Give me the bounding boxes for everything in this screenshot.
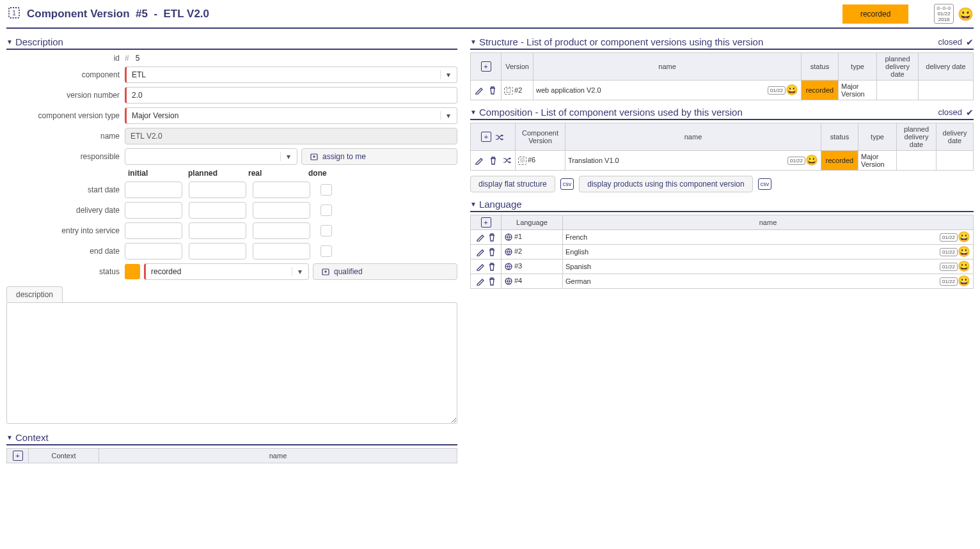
responsible-select[interactable]: ▾: [125, 148, 297, 165]
section-context-header[interactable]: ▼ Context: [6, 431, 457, 445]
add-structure-button[interactable]: +: [481, 61, 491, 72]
display-flat-structure-button[interactable]: display flat structure: [470, 176, 555, 192]
smile-icon[interactable]: 😀: [958, 232, 970, 242]
end-date-done-checkbox[interactable]: [320, 245, 332, 257]
chevron-down-icon[interactable]: ▾: [440, 70, 452, 79]
delete-button[interactable]: [486, 247, 498, 255]
section-description-header[interactable]: ▼ Description: [6, 35, 457, 50]
smile-icon[interactable]: 😀: [958, 261, 970, 272]
tab-description[interactable]: description: [6, 286, 63, 302]
csv-export-button[interactable]: csv: [560, 178, 574, 190]
label-entry-service: entry into service: [6, 226, 125, 235]
smile-icon[interactable]: 😀: [958, 276, 970, 286]
eis-initial[interactable]: [125, 222, 182, 239]
edit-button[interactable]: [473, 156, 485, 164]
section-language-header[interactable]: ▼ Language: [470, 197, 974, 212]
calendar-icon[interactable]: 01/22: [940, 233, 958, 242]
label-delivery-date: delivery date: [6, 206, 125, 215]
eis-done-checkbox[interactable]: [320, 225, 332, 236]
table-row: #2English01/22😀: [471, 245, 974, 259]
assign-icon: [310, 152, 319, 161]
add-language-button[interactable]: +: [481, 217, 491, 228]
edit-button[interactable]: [475, 233, 486, 240]
smile-icon[interactable]: 😀: [786, 85, 798, 95]
delivery-date-planned[interactable]: [189, 202, 246, 219]
component-select[interactable]: ETL ▾: [125, 66, 457, 83]
label-id: id: [6, 54, 125, 63]
end-date-initial[interactable]: [125, 243, 182, 259]
add-context-button[interactable]: +: [13, 451, 23, 461]
label-responsible: responsible: [6, 152, 125, 161]
start-date-initial[interactable]: [125, 182, 182, 198]
check-icon: ✔: [966, 37, 974, 47]
start-date-done-checkbox[interactable]: [320, 184, 332, 196]
qualified-button[interactable]: qualified: [313, 263, 457, 280]
calendar-icon[interactable]: 01/22: [940, 263, 958, 271]
table-row: ☐#2 web application V2.0 01/22 😀 recorde…: [471, 81, 974, 100]
table-row: ⦾#6 Translation V1.0 01/22 😀 recorded Ma…: [471, 151, 974, 171]
csv-export-button[interactable]: csv: [758, 178, 772, 190]
calendar-icon[interactable]: 01/22: [940, 277, 958, 286]
smile-icon[interactable]: 😀: [805, 155, 818, 166]
context-col-context: Context: [29, 449, 99, 463]
start-date-real[interactable]: [253, 182, 310, 198]
check-icon: ✔: [966, 107, 974, 118]
version-number-input[interactable]: 2.0: [125, 87, 457, 104]
caret-icon[interactable]: ▼: [470, 109, 477, 116]
delete-button[interactable]: [487, 86, 498, 93]
globe-icon: [504, 277, 513, 284]
label-name: name: [6, 132, 125, 141]
calendar-icon[interactable]: ⊙-⊙-⊙ 01/22 2018: [934, 4, 954, 24]
status-select[interactable]: recorded ▾: [144, 263, 309, 280]
delete-button[interactable]: [486, 233, 498, 240]
caret-icon[interactable]: ▼: [470, 38, 477, 45]
id-hash: #: [125, 54, 129, 63]
eis-planned[interactable]: [189, 222, 246, 239]
delivery-date-real[interactable]: [253, 202, 310, 219]
label-status: status: [6, 267, 125, 276]
header-status-badge: recorded: [842, 4, 908, 24]
edit-button[interactable]: [475, 247, 486, 255]
caret-icon[interactable]: ▼: [6, 38, 13, 45]
edit-button[interactable]: [475, 277, 486, 284]
delivery-date-done-checkbox[interactable]: [320, 205, 332, 216]
globe-icon: [504, 233, 513, 240]
caret-icon[interactable]: ▼: [6, 434, 13, 441]
delete-button[interactable]: [487, 156, 499, 164]
calendar-icon[interactable]: 01/22: [787, 157, 805, 165]
display-products-button[interactable]: display products using this component ve…: [579, 176, 752, 192]
section-structure-header[interactable]: ▼ Structure - List of product or compone…: [470, 35, 974, 50]
label-component: component: [6, 70, 125, 79]
label-end-date: end date: [6, 247, 125, 256]
status-color-icon: [125, 264, 140, 279]
assign-to-me-button[interactable]: assign to me: [301, 148, 457, 165]
section-composition-header[interactable]: ▼ Composition - List of component versio…: [470, 105, 974, 120]
calendar-icon[interactable]: 01/22: [768, 86, 786, 95]
chevron-down-icon[interactable]: ▾: [292, 267, 303, 276]
smile-icon[interactable]: 😀: [958, 247, 970, 257]
caret-icon[interactable]: ▼: [470, 201, 477, 208]
start-date-planned[interactable]: [189, 182, 246, 198]
globe-icon: [504, 247, 513, 255]
edit-button[interactable]: [475, 262, 486, 270]
description-textarea[interactable]: [6, 302, 457, 424]
end-date-planned[interactable]: [189, 243, 246, 259]
delivery-date-initial[interactable]: [125, 202, 182, 219]
add-composition-button[interactable]: +: [481, 132, 491, 142]
structure-state: closed: [938, 37, 962, 47]
end-date-real[interactable]: [253, 243, 310, 259]
col-planned: planned: [188, 169, 248, 178]
shuffle-button[interactable]: [501, 156, 512, 164]
edit-button[interactable]: [473, 86, 485, 93]
language-table: + Language name #1French01/22😀#2English0…: [470, 215, 974, 289]
shuffle-button[interactable]: [493, 133, 505, 141]
smile-icon[interactable]: 😀: [958, 8, 974, 20]
calendar-icon[interactable]: 01/22: [940, 248, 958, 256]
chevron-down-icon[interactable]: ▾: [280, 152, 292, 161]
delete-button[interactable]: [486, 277, 498, 284]
delete-button[interactable]: [486, 262, 498, 270]
component-version-type-select[interactable]: Major Version ▾: [125, 107, 457, 124]
globe-icon: [504, 262, 513, 270]
chevron-down-icon[interactable]: ▾: [440, 111, 452, 120]
eis-real[interactable]: [253, 222, 310, 239]
